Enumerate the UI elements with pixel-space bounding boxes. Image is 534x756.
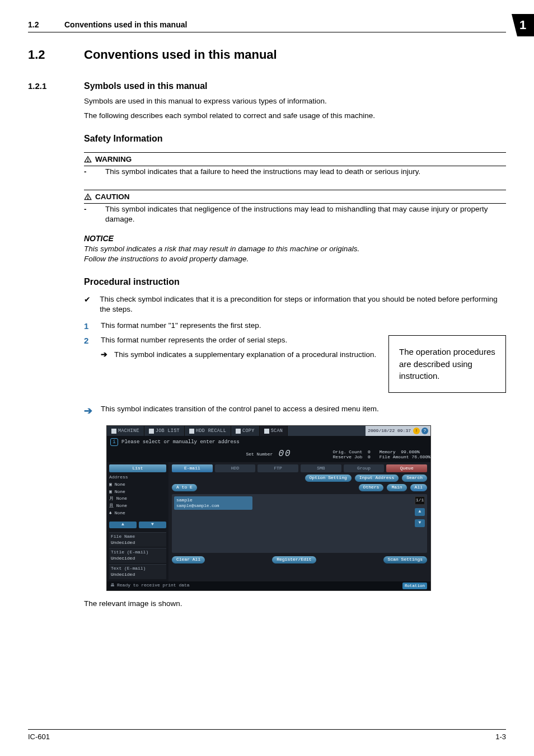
info-bar: i Please select or manually enter addres…: [107, 436, 430, 448]
address-label: Address: [109, 473, 166, 481]
datetime-area: 2009/10/22 09:37 ! ?: [366, 426, 430, 436]
machine-icon: [111, 429, 116, 434]
scan-settings-button[interactable]: Scan Settings: [383, 556, 427, 564]
header-section-number: 1.2: [28, 20, 64, 30]
check-mark-icon: ✔: [84, 294, 100, 314]
address-none-1: ▣ None: [109, 482, 166, 488]
notice-label: NOTICE: [84, 233, 506, 244]
clear-all-button[interactable]: Clear All: [172, 556, 205, 564]
precondition-text: This check symbol indicates that it is a…: [100, 294, 506, 314]
cat-smb[interactable]: SMB: [301, 464, 341, 472]
section-heading: 1.2 Conventions used in this manual: [28, 46, 506, 63]
status-text: Ready to receive print data: [117, 583, 190, 589]
filter-main[interactable]: Main: [387, 484, 406, 491]
supplementary-text: This symbol indicates a supplementary ex…: [114, 350, 376, 360]
address-none-4: 且 None: [109, 503, 166, 509]
step-1-number: 1: [84, 321, 101, 332]
copy-icon: [236, 429, 241, 434]
right-panel: E-mail HDD FTP SMB Group Queue Option Se…: [168, 462, 430, 581]
filter-atoe[interactable]: A to E: [172, 484, 197, 491]
transition-arrow-text: This symbol indicates transition of the …: [101, 404, 506, 417]
printer-icon: 🖶: [110, 583, 115, 589]
cat-hdd[interactable]: HDD: [215, 464, 256, 472]
svg-point-1: [88, 161, 88, 162]
section-number: 1.2: [28, 46, 84, 63]
svg-point-3: [88, 198, 88, 199]
aside-box: The operation procedures are described u…: [388, 335, 506, 393]
title-field[interactable]: Title (E-mail)Undecided: [109, 548, 166, 563]
warning-triangle-icon: [84, 156, 92, 163]
cat-group[interactable]: Group: [344, 464, 385, 472]
section-title: Conventions used in this manual: [84, 46, 277, 63]
footer-right: 1-3: [495, 732, 506, 742]
side-nav-down[interactable]: ▼: [139, 522, 166, 528]
subsection-number: 1.2.1: [28, 81, 84, 92]
warning-block: WARNING This symbol indicates that a fai…: [84, 152, 506, 177]
subsection-heading: 1.2.1 Symbols used in this manual: [28, 80, 506, 92]
address-none-3: 月 None: [109, 496, 166, 502]
filter-all[interactable]: All: [410, 484, 427, 491]
cat-queue[interactable]: Queue: [386, 464, 427, 472]
warning-label: WARNING: [95, 154, 132, 165]
procedural-instruction-heading: Procedural instruction: [84, 276, 506, 288]
subsection-title: Symbols used in this manual: [84, 80, 208, 92]
address-list: sample sample@sample.com 1/1 ▲ ▼: [172, 494, 427, 553]
status-block: Orig. Count 0 Reserve Job 0 Memory 99.00…: [297, 449, 430, 460]
header-section-title: Conventions used in this manual: [64, 20, 187, 30]
supplementary-arrow-row: ➔ This symbol indicates a supplementary …: [84, 350, 377, 360]
page-indicator: 1/1: [415, 496, 425, 505]
tab-copy[interactable]: COPY: [231, 426, 260, 436]
info-icon: i: [110, 438, 118, 446]
alert-icon[interactable]: !: [413, 428, 420, 434]
help-icon[interactable]: ?: [421, 428, 428, 434]
page-footer: IC-601 1-3: [28, 729, 506, 742]
safety-information-heading: Safety Information: [84, 133, 506, 145]
notice-body: This symbol indicates a risk that may re…: [84, 244, 506, 264]
text-field[interactable]: Text (E-mail)Undecided: [109, 564, 166, 579]
transition-arrow-row: ➔ This symbol indicates transition of th…: [84, 404, 506, 417]
page-down-button[interactable]: ▼: [415, 519, 425, 527]
step-2-number: 2: [84, 335, 101, 346]
warning-item: This symbol indicates that a failure to …: [84, 167, 506, 177]
tab-scan[interactable]: SCAN: [260, 426, 288, 436]
caution-block: CAUTION This symbol indicates that negli…: [84, 190, 506, 225]
option-setting-button[interactable]: Option Setting: [305, 475, 352, 482]
hdd-recall-icon: [189, 429, 194, 434]
file-name-field[interactable]: File NameUndecided: [109, 532, 166, 547]
page-up-button[interactable]: ▲: [415, 508, 425, 516]
rotation-indicator: Rotation: [402, 583, 427, 589]
caution-label: CAUTION: [95, 192, 130, 202]
tab-hdd-recall[interactable]: HDD RECALL: [185, 426, 231, 436]
arrow-right-icon: ➔: [101, 350, 114, 360]
step-1-text: This format number "1" represents the fi…: [101, 321, 506, 332]
cat-ftp[interactable]: FTP: [257, 464, 298, 472]
step-2-text: This format number represents the order …: [101, 335, 377, 346]
caution-triangle-icon: [84, 193, 92, 201]
cat-email[interactable]: E-mail: [172, 464, 213, 472]
aside-text: The operation procedures are described u…: [399, 347, 495, 381]
datetime: 2009/10/22 09:37: [366, 428, 413, 434]
address-item[interactable]: sample sample@sample.com: [174, 496, 252, 510]
chapter-tab: 1: [512, 14, 534, 36]
list-button[interactable]: List: [109, 464, 166, 472]
tab-machine[interactable]: MACHINE: [107, 426, 144, 436]
register-edit-button[interactable]: Register/Edit: [272, 556, 316, 564]
status-bar: 🖶 Ready to receive print data Rotation: [107, 581, 430, 590]
step-1-row: 1 This format number "1" represents the …: [84, 321, 506, 332]
side-nav-up[interactable]: ▲: [109, 522, 137, 528]
filter-others[interactable]: Others: [359, 484, 384, 491]
intro-paragraph-2: The following describes each symbol rela…: [84, 111, 506, 121]
chapter-number: 1: [519, 17, 526, 34]
set-number-value: 00: [278, 448, 291, 461]
input-address-button[interactable]: Input Address: [355, 475, 399, 482]
side-panel: List Address ▣ None ▣ None 月 None 且 None…: [107, 462, 168, 581]
control-panel-screenshot: MACHINE JOB LIST HDD RECALL COPY SCAN 20…: [106, 425, 431, 590]
intro-paragraph-1: Symbols are used in this manual to expre…: [84, 96, 506, 106]
search-button[interactable]: Search: [402, 475, 427, 482]
job-list-icon: [149, 429, 154, 434]
tab-job-list[interactable]: JOB LIST: [144, 426, 185, 436]
set-number-row: Set Number 00 Orig. Count 0 Reserve Job …: [107, 448, 430, 462]
scan-icon: [264, 429, 269, 434]
caution-item: This symbol indicates that negligence of…: [84, 204, 506, 224]
precondition-row: ✔ This check symbol indicates that it is…: [84, 294, 506, 314]
